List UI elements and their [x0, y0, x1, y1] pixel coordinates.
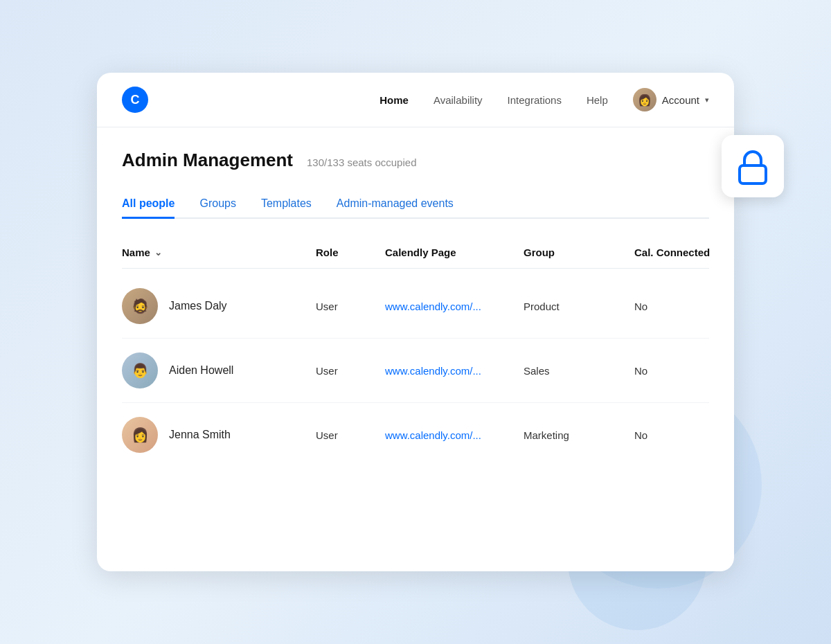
account-avatar: 👩	[633, 88, 656, 111]
tab-all-people[interactable]: All people	[122, 190, 175, 219]
svg-rect-0	[740, 166, 766, 184]
role-cell: User	[316, 365, 385, 377]
avatar: 🧔	[122, 288, 158, 324]
tab-templates[interactable]: Templates	[261, 190, 312, 219]
col-calendly-page: Calendly Page	[385, 247, 524, 258]
cal-connected-cell: No	[634, 429, 734, 441]
logo[interactable]: C	[122, 87, 148, 113]
lock-icon	[734, 147, 771, 185]
avatar: 👩	[122, 417, 158, 453]
sort-icon: ⌄	[154, 247, 162, 258]
page-content: Admin Management 130/133 seats occupied …	[97, 127, 734, 492]
nav-availability[interactable]: Availability	[434, 94, 483, 106]
col-cal-connected: Cal. Connected	[634, 247, 734, 258]
logo-icon: C	[122, 87, 148, 113]
seats-info: 130/133 seats occupied	[307, 156, 416, 168]
avatar: 👨	[122, 352, 158, 388]
cal-connected-cell: No	[634, 365, 734, 377]
person-cell: 🧔 James Daly	[122, 288, 316, 324]
chevron-down-icon: ▾	[705, 96, 709, 105]
person-name: Aiden Howell	[169, 364, 233, 377]
calendly-page-link[interactable]: www.calendly.com/...	[385, 301, 524, 312]
col-role: Role	[316, 247, 385, 258]
nav-links: Home Availability Integrations Help	[379, 94, 608, 106]
table-row: 👩 Jenna Smith User www.calendly.com/... …	[122, 403, 709, 467]
tab-admin-events[interactable]: Admin-managed events	[337, 190, 454, 219]
nav-home[interactable]: Home	[379, 94, 409, 106]
person-cell: 👨 Aiden Howell	[122, 352, 316, 388]
person-name: Jenna Smith	[169, 429, 231, 441]
nav-help[interactable]: Help	[587, 94, 608, 106]
account-label: Account	[662, 94, 699, 106]
role-cell: User	[316, 429, 385, 441]
calendly-page-link[interactable]: www.calendly.com/...	[385, 429, 524, 441]
nav-integrations[interactable]: Integrations	[508, 94, 562, 106]
calendly-page-link[interactable]: www.calendly.com/...	[385, 365, 524, 377]
role-cell: User	[316, 301, 385, 312]
col-group: Group	[524, 247, 634, 258]
person-cell: 👩 Jenna Smith	[122, 417, 316, 453]
table-header: Name ⌄ Role Calendly Page Group Cal. Con…	[122, 241, 709, 269]
group-cell: Sales	[524, 365, 634, 377]
account-menu[interactable]: 👩 Account ▾	[633, 88, 709, 111]
page-title: Admin Management	[122, 150, 293, 171]
lock-icon-card	[722, 135, 784, 197]
table-body: 🧔 James Daly User www.calendly.com/... P…	[122, 274, 709, 467]
tabs: All people Groups Templates Admin-manage…	[122, 190, 709, 219]
main-card: C Home Availability Integrations Help 👩 …	[97, 73, 734, 571]
cal-connected-cell: No	[634, 301, 734, 312]
person-name: James Daly	[169, 300, 227, 312]
group-cell: Marketing	[524, 429, 634, 441]
tab-groups[interactable]: Groups	[199, 190, 235, 219]
col-name[interactable]: Name ⌄	[122, 247, 316, 258]
navbar: C Home Availability Integrations Help 👩 …	[97, 73, 734, 127]
page-header: Admin Management 130/133 seats occupied	[122, 150, 709, 171]
table-row: 🧔 James Daly User www.calendly.com/... P…	[122, 274, 709, 339]
table-row: 👨 Aiden Howell User www.calendly.com/...…	[122, 339, 709, 403]
group-cell: Product	[524, 301, 634, 312]
